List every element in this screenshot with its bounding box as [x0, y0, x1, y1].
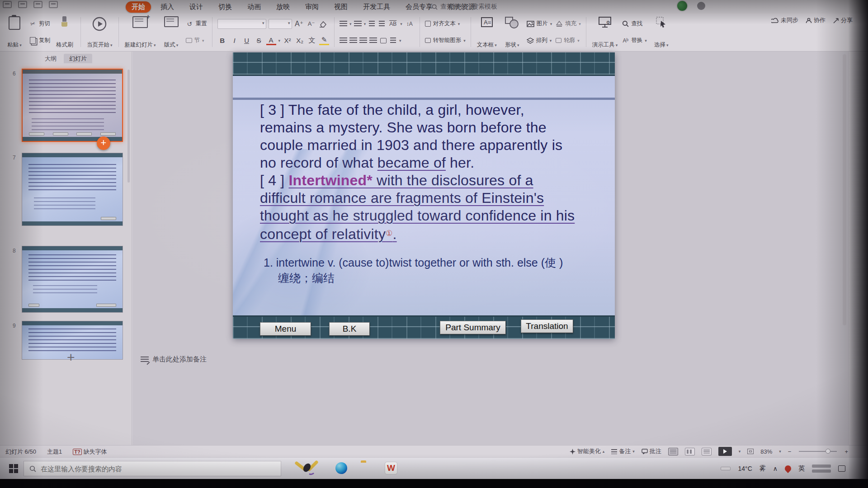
find-button[interactable]: 查找 [620, 19, 649, 28]
reset-button[interactable]: ↺重置 [184, 19, 209, 28]
tab-animation[interactable]: 动画 [241, 1, 267, 13]
tab-devtools[interactable]: 开发工具 [357, 1, 396, 13]
theme-label[interactable]: 主题1 [47, 448, 62, 456]
tab-slideshow[interactable]: 放映 [270, 1, 296, 13]
paste-button[interactable]: 粘贴▾ [2, 14, 27, 50]
missing-font-warning[interactable]: T? 缺失字体 [73, 448, 107, 456]
tab-view[interactable]: 视图 [328, 1, 354, 13]
strikethrough-button[interactable]: S [254, 37, 264, 44]
slide-thumbnail-current[interactable] [22, 69, 123, 142]
font-size-select[interactable] [269, 19, 292, 29]
copy-button[interactable]: 复制 [27, 36, 52, 45]
format-painter-button[interactable]: 格式刷 [52, 14, 77, 50]
normal-view-button[interactable] [668, 448, 678, 455]
underline-button[interactable]: U [242, 37, 252, 44]
slide-footnote[interactable]: 1. intertwine v. (cause to)twist togethe… [264, 255, 576, 286]
slide-body-text[interactable]: [ 3 ] The fate of the child, a girl, how… [260, 101, 576, 243]
zoom-out-button[interactable]: − [788, 448, 792, 455]
textbox-button[interactable]: A= 文本框▾ [474, 14, 500, 50]
shapes-button[interactable]: 形状▾ [500, 14, 525, 50]
highlight-button[interactable]: ✎ [319, 36, 329, 45]
fill-button[interactable]: 填充▾ [554, 19, 583, 28]
bullet-list-icon[interactable] [340, 21, 347, 27]
columns-icon[interactable] [380, 38, 387, 43]
command-search-box[interactable]: 查找命令、搜索模板 [432, 3, 497, 11]
numbered-list-icon[interactable] [354, 21, 362, 27]
redo-icon[interactable] [49, 1, 58, 8]
line-spacing-button[interactable]: ↕A [405, 21, 415, 27]
add-slide-button[interactable]: + [97, 136, 110, 150]
section-button[interactable]: 节▾ [184, 36, 209, 45]
text-direction-button[interactable]: AB [388, 21, 398, 27]
decrease-indent-icon[interactable] [369, 21, 375, 27]
tab-transition[interactable]: 切换 [212, 1, 238, 13]
outline-button[interactable]: 轮廓▾ [554, 36, 583, 45]
layout-button[interactable]: 版式▾ [159, 14, 184, 50]
slide-menu-button[interactable]: Menu [260, 322, 311, 336]
print-icon[interactable] [18, 1, 27, 8]
picture-button[interactable]: 图片▾ [525, 19, 554, 28]
bold-button[interactable]: B [217, 37, 227, 44]
fit-to-window-button[interactable] [747, 449, 754, 454]
taskbar-search-box[interactable] [24, 461, 281, 476]
slide-part-summary-button[interactable]: Part Summary [440, 321, 506, 334]
beautify-button[interactable]: 智能美化 ▴ [570, 447, 605, 455]
tab-insert[interactable]: 插入 [155, 1, 180, 13]
tab-slides[interactable]: 幻灯片 [64, 54, 92, 63]
align-text-button[interactable]: 对齐文本▾ [423, 19, 467, 28]
tray-app-icon[interactable] [783, 464, 793, 473]
share-button[interactable]: 分享 [833, 16, 853, 24]
slide-canvas[interactable]: [ 3 ] The fate of the child, a girl, how… [233, 52, 615, 339]
weather-condition[interactable]: 雾 [760, 465, 766, 473]
action-center-icon[interactable] [838, 465, 845, 472]
voice-assistant-icon[interactable] [293, 460, 320, 477]
paragraph-spacing-icon[interactable] [390, 38, 396, 43]
edge-browser-icon[interactable] [335, 462, 347, 474]
justify-icon[interactable] [369, 38, 377, 43]
notes-button[interactable]: 备注 ▾ [611, 447, 635, 455]
slide-back-button[interactable]: B.K [329, 322, 370, 336]
increase-indent-icon[interactable] [379, 21, 385, 27]
wps-app-icon[interactable]: W [385, 462, 397, 474]
avatar[interactable] [677, 1, 687, 11]
arrange-button[interactable]: 排列▾ [525, 36, 554, 45]
app-menu-icon[interactable] [697, 2, 705, 10]
new-slide-plus-button[interactable]: + [67, 350, 75, 365]
replace-button[interactable]: Aᵇ 替换▾ [620, 36, 649, 45]
slideshow-play-button[interactable] [718, 447, 732, 456]
char-tool-button[interactable]: 文 [307, 36, 317, 45]
news-widget-icon[interactable] [721, 467, 731, 470]
slide-thumbnail[interactable] [22, 246, 123, 313]
tab-design[interactable]: 设计 [184, 1, 209, 13]
reading-view-button[interactable] [702, 448, 712, 455]
tab-outline[interactable]: 大纲 [39, 54, 62, 63]
new-slide-button[interactable]: 新建幻灯片▾ [122, 14, 159, 50]
presentation-tools-button[interactable]: ⚙ 演示工具▾ [590, 14, 621, 50]
clock[interactable] [812, 465, 831, 473]
align-right-icon[interactable] [359, 38, 367, 43]
tab-review[interactable]: 审阅 [299, 1, 325, 13]
tab-home[interactable]: 开始 [126, 1, 151, 13]
zoom-in-button[interactable]: + [844, 448, 848, 455]
grow-font-button[interactable]: A⁺ [294, 19, 304, 28]
notes-placeholder[interactable]: 单击此处添加备注 [141, 355, 207, 364]
convert-smartart-button[interactable]: 转智能图形▾ [423, 36, 467, 45]
zoom-level[interactable]: 83% [760, 448, 772, 455]
play-from-current-button[interactable]: 当页开始▾ [84, 14, 115, 50]
comments-button[interactable]: 批注 [642, 447, 661, 455]
vertical-scrollbar[interactable] [843, 54, 846, 325]
sync-status-button[interactable]: 未同步 [771, 16, 798, 24]
shrink-font-button[interactable]: A⁻ [307, 20, 316, 27]
zoom-slider-knob[interactable] [826, 449, 830, 454]
italic-button[interactable]: I [230, 37, 240, 44]
align-center-icon[interactable] [349, 38, 357, 43]
superscript-button[interactable]: X² [283, 37, 292, 44]
weather-temperature[interactable]: 14°C [738, 465, 752, 472]
subscript-button[interactable]: X₂ [295, 37, 305, 44]
panel-scrollbar[interactable] [127, 70, 130, 183]
undo-icon[interactable] [33, 1, 42, 8]
zoom-slider[interactable] [799, 451, 837, 452]
font-color-button[interactable]: A [266, 36, 276, 45]
font-name-select[interactable] [217, 19, 266, 29]
collaborate-button[interactable]: 协作 [806, 16, 826, 24]
